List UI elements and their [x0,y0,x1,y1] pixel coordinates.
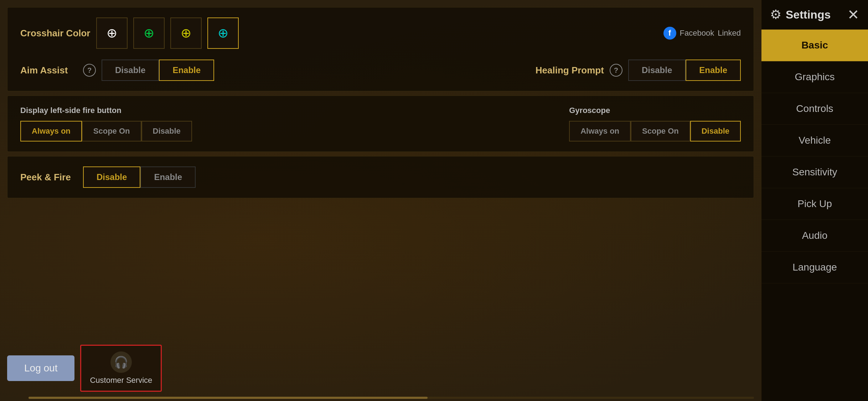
sidebar-title: Settings [786,8,831,21]
crosshair-white-icon: ⊕ [107,27,117,40]
nav-item-audio[interactable]: Audio [761,220,868,252]
fire-button-label: Display left-side fire button [20,106,122,115]
gyroscope-label: Gyroscope [569,106,610,115]
crosshair-cyan-icon: ⊕ [218,27,228,40]
settings-title-group: ⚙ Settings [770,7,831,22]
scroll-thumb [29,397,428,399]
gyro-always-on-btn[interactable]: Always on [569,121,631,142]
bottom-row: Log out 🎧 Customer Service [7,339,162,397]
main-content: Crosshair Color ⊕ ⊕ ⊕ ⊕ f Facebook Linke… [0,0,761,401]
customer-service-button[interactable]: 🎧 Customer Service [80,345,162,392]
healing-disable-btn[interactable]: Disable [628,60,686,81]
peek-enable-btn[interactable]: Enable [140,166,196,188]
crosshair-row: Crosshair Color ⊕ ⊕ ⊕ ⊕ f Facebook Linke… [20,17,741,49]
scrollbar-container[interactable] [29,397,754,400]
crosshair-green-icon: ⊕ [144,27,154,40]
facebook-icon: f [663,27,676,40]
nav-item-graphics[interactable]: Graphics [761,61,868,93]
crosshair-option-cyan[interactable]: ⊕ [207,17,239,49]
gear-icon: ⚙ [770,7,781,22]
scroll-track [29,397,754,399]
section-crosshair: Crosshair Color ⊕ ⊕ ⊕ ⊕ f Facebook Linke… [7,7,754,91]
aim-healing-row: Aim Assist ? Disable Enable Healing Prom… [20,60,741,81]
crosshair-yellow-icon: ⊕ [181,27,191,40]
fire-button-toggle: Always on Scope On Disable [20,121,192,142]
aim-assist-disable-btn[interactable]: Disable [102,60,159,81]
crosshair-option-white[interactable]: ⊕ [96,17,128,49]
sidebar: ⚙ Settings ✕ Basic Graphics Controls Veh… [761,0,868,401]
aim-assist-help-icon[interactable]: ? [83,64,96,77]
aim-assist-toggle: Disable Enable [102,60,214,81]
headset-icon: 🎧 [110,351,132,373]
logout-button[interactable]: Log out [7,355,74,381]
fire-scope-on-btn[interactable]: Scope On [82,121,141,142]
healing-enable-btn[interactable]: Enable [686,60,741,81]
aim-assist-enable-btn[interactable]: Enable [159,60,214,81]
aim-assist-label: Aim Assist [20,65,77,76]
nav-item-vehicle[interactable]: Vehicle [761,125,868,156]
fire-disable-btn[interactable]: Disable [141,121,192,142]
aim-assist-group: Aim Assist ? Disable Enable [20,60,214,81]
section-fire-gyro: Display left-side fire button Always on … [7,96,754,152]
gyro-scope-on-btn[interactable]: Scope On [631,121,690,142]
close-button[interactable]: ✕ [847,7,859,22]
nav-item-sensitivity[interactable]: Sensitivity [761,156,868,188]
healing-prompt-group: Healing Prompt ? Disable Enable [536,60,741,81]
crosshair-label: Crosshair Color [20,28,91,39]
healing-prompt-toggle: Disable Enable [628,60,741,81]
healing-prompt-help-icon[interactable]: ? [610,64,622,77]
peek-fire-label: Peek & Fire [20,172,77,183]
nav-item-language[interactable]: Language [761,252,868,283]
peek-fire-toggle: Disable Enable [83,166,196,188]
gyroscope-toggle: Always on Scope On Disable [569,121,741,142]
gyro-disable-btn[interactable]: Disable [690,121,741,142]
customer-service-label: Customer Service [90,376,152,385]
sidebar-header: ⚙ Settings ✕ [761,0,868,30]
nav-item-controls[interactable]: Controls [761,93,868,125]
nav-item-basic[interactable]: Basic [761,30,868,61]
crosshair-option-green[interactable]: ⊕ [133,17,165,49]
facebook-label: Facebook [680,29,714,38]
fire-always-on-btn[interactable]: Always on [20,121,82,142]
facebook-section: f Facebook Linked [663,27,741,40]
peek-disable-btn[interactable]: Disable [83,166,140,188]
healing-prompt-label: Healing Prompt [536,65,604,76]
section-peek-fire: Peek & Fire Disable Enable [7,156,754,198]
fire-gyro-row: Display left-side fire button Always on … [20,106,741,142]
peek-fire-group: Peek & Fire Disable Enable [20,166,741,188]
crosshair-option-yellow[interactable]: ⊕ [170,17,202,49]
gyroscope-group: Gyroscope Always on Scope On Disable [569,106,741,142]
fire-button-group: Display left-side fire button Always on … [20,106,192,142]
nav-item-pickup[interactable]: Pick Up [761,188,868,220]
sidebar-nav: Basic Graphics Controls Vehicle Sensitiv… [761,30,868,401]
linked-label: Linked [718,29,741,38]
